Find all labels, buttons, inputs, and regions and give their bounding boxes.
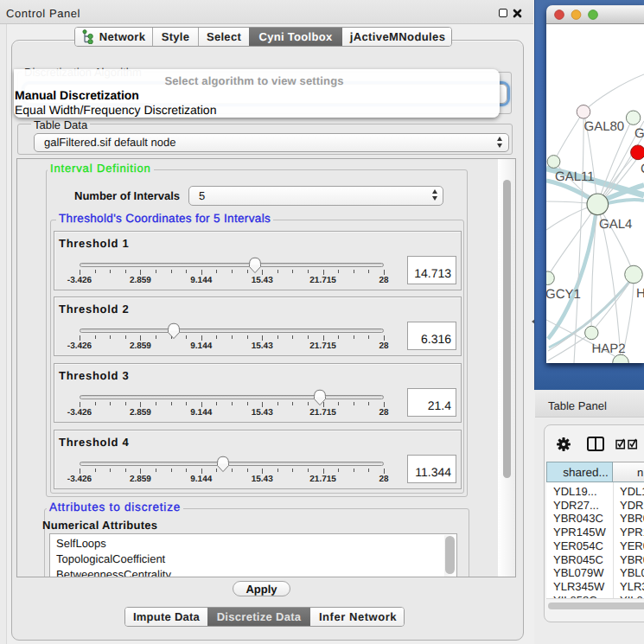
svg-text:GCY1: GCY1 (546, 287, 581, 302)
svg-text:GA: GA (634, 126, 644, 141)
svg-text:HI: HI (636, 286, 644, 301)
svg-text:GAL80: GAL80 (584, 119, 625, 134)
svg-text:GAL4: GAL4 (599, 217, 632, 232)
svg-text:GAL11: GAL11 (555, 169, 595, 184)
svg-text:HAP2: HAP2 (592, 341, 626, 356)
svg-text:C: C (641, 162, 644, 176)
